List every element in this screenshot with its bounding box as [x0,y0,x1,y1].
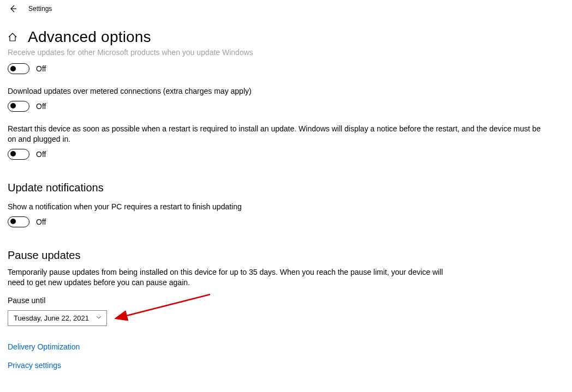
pause-until-dropdown[interactable]: Tuesday, June 22, 2021 [8,310,107,326]
link-delivery-optimization[interactable]: Delivery Optimization [8,342,549,351]
toggle-metered[interactable] [8,101,29,112]
home-icon [7,32,18,43]
arrow-left-icon [9,4,17,13]
toggle-restart[interactable] [8,149,29,160]
content-area: Receive updates for other Microsoft prod… [0,50,557,370]
setting-label-metered: Download updates over metered connection… [8,86,549,97]
toggle-show-restart[interactable] [8,216,29,227]
pause-until-label: Pause until [8,296,549,305]
back-button[interactable] [5,1,21,16]
page-header: Advanced options [0,17,572,46]
toggle-row-metered: Off [8,101,549,112]
toggle-state-label: Off [36,102,46,111]
dropdown-selected-value: Tuesday, June 22, 2021 [14,314,89,322]
toggle-row-show-restart: Off [8,216,549,227]
toggle-state-label: Off [36,150,46,159]
setting-label-show-restart: Show a notification when your PC require… [8,202,549,212]
pause-description: Temporarily pause updates from being ins… [8,267,444,288]
title-bar: Settings [0,0,572,17]
link-privacy-settings[interactable]: Privacy settings [8,361,549,370]
heading-pause: Pause updates [8,249,549,262]
toggle-knob [10,219,16,224]
toggle-row-receive-other: Off [8,63,549,74]
toggle-knob [10,103,16,108]
page-title: Advanced options [28,28,151,46]
toggle-receive-other[interactable] [8,63,29,74]
chevron-down-icon [96,314,102,322]
toggle-knob [10,66,16,71]
toggle-row-restart: Off [8,149,549,160]
home-button[interactable] [7,32,18,43]
toggle-state-label: Off [36,64,46,73]
heading-notifications: Update notifications [8,182,549,194]
toggle-state-label: Off [36,218,46,226]
setting-label-receive-other: Receive updates for other Microsoft prod… [8,48,549,57]
window-title: Settings [28,5,52,13]
setting-label-restart: Restart this device as soon as possible … [8,124,549,144]
toggle-knob [10,151,16,156]
